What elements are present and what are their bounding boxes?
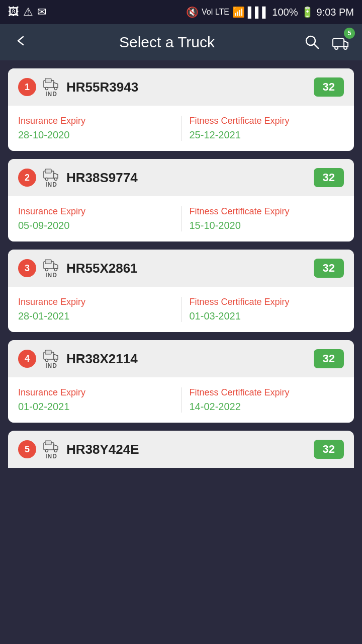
svg-point-15 bbox=[55, 269, 57, 271]
truck-card-header: 2 IND HR38S9774 32 bbox=[8, 159, 354, 196]
truck-index-badge: 4 bbox=[18, 350, 36, 368]
notification-badge: 5 bbox=[344, 28, 355, 39]
fitness-date: 25-12-2021 bbox=[190, 129, 344, 141]
svg-point-14 bbox=[46, 269, 48, 271]
truck-card-1[interactable]: 1 IND HR55R3943 32 Insurance Expiry 28-1… bbox=[8, 68, 354, 151]
truck-card-body: Insurance Expiry 28-10-2020 Fitness Cert… bbox=[8, 106, 354, 151]
mute-icon: 🔇 bbox=[186, 6, 199, 18]
truck-plate: HR55X2861 bbox=[66, 261, 307, 276]
fitness-section: Fitness Certificate Expiry 25-12-2021 bbox=[181, 116, 344, 141]
fitness-date: 01-03-2021 bbox=[190, 310, 344, 322]
back-button[interactable] bbox=[10, 32, 32, 53]
svg-rect-20 bbox=[45, 350, 51, 354]
svg-point-6 bbox=[46, 88, 48, 90]
fitness-section: Fitness Certificate Expiry 15-10-2020 bbox=[181, 206, 344, 231]
truck-icon-container: IND bbox=[43, 258, 59, 279]
svg-line-1 bbox=[314, 44, 318, 48]
truck-card-3[interactable]: 3 IND HR55X2861 32 Insurance Expiry 28-0… bbox=[8, 250, 354, 332]
svg-point-4 bbox=[344, 46, 347, 49]
truck-index-badge: 5 bbox=[18, 440, 36, 458]
fitness-section: Fitness Certificate Expiry 14-02-2022 bbox=[181, 387, 344, 413]
svg-rect-24 bbox=[45, 441, 51, 445]
insurance-label: Insurance Expiry bbox=[18, 116, 173, 126]
insurance-date: 01-02-2021 bbox=[18, 401, 173, 413]
truck-card-header: 4 IND HR38X2114 32 bbox=[8, 340, 354, 377]
truck-card-header: 5 IND HR38Y424E 32 bbox=[8, 431, 354, 468]
warning-icon: ⚠ bbox=[23, 6, 33, 19]
image-icon: 🖼 bbox=[8, 6, 19, 19]
svg-rect-12 bbox=[45, 169, 51, 173]
header: Select a Truck 5 bbox=[0, 24, 362, 60]
truck-notification-button[interactable]: 5 bbox=[330, 31, 352, 54]
svg-rect-8 bbox=[45, 78, 51, 83]
svg-rect-16 bbox=[45, 260, 51, 264]
truck-icon-container: IND bbox=[43, 76, 59, 98]
ind-label: IND bbox=[45, 453, 57, 460]
truck-icon bbox=[43, 258, 59, 272]
fitness-date: 14-02-2022 bbox=[190, 401, 344, 413]
truck-index-badge: 1 bbox=[18, 78, 36, 96]
svg-point-3 bbox=[335, 46, 338, 49]
signal-text: Vol LTE bbox=[202, 8, 229, 17]
truck-plate: HR38X2114 bbox=[66, 351, 307, 367]
insurance-section: Insurance Expiry 28-10-2020 bbox=[18, 116, 181, 141]
truck-list: 1 IND HR55R3943 32 Insurance Expiry 28-1… bbox=[0, 60, 362, 644]
svg-point-7 bbox=[55, 88, 57, 90]
status-right-info: 🔇 Vol LTE 📶 ▌▌▌ 100% 🔋 9:03 PM bbox=[186, 6, 354, 18]
fitness-label: Fitness Certificate Expiry bbox=[190, 297, 344, 307]
insurance-label: Insurance Expiry bbox=[18, 297, 173, 307]
truck-index-badge: 3 bbox=[18, 259, 36, 277]
truck-card-4[interactable]: 4 IND HR38X2114 32 Insurance Expiry 01-0… bbox=[8, 340, 354, 423]
signal-bars: ▌▌▌ bbox=[248, 7, 269, 18]
truck-card-body: Insurance Expiry 05-09-2020 Fitness Cert… bbox=[8, 196, 354, 242]
truck-plate: HR38S9774 bbox=[66, 170, 307, 186]
insurance-section: Insurance Expiry 28-01-2021 bbox=[18, 297, 181, 322]
capacity-badge: 32 bbox=[314, 168, 344, 187]
truck-icon-container: IND bbox=[43, 439, 59, 460]
truck-card-5[interactable]: 5 IND HR38Y424E 32 bbox=[8, 431, 354, 468]
svg-rect-2 bbox=[333, 39, 344, 47]
battery-icon: 🔋 bbox=[301, 6, 314, 18]
truck-icon bbox=[43, 167, 59, 181]
svg-point-23 bbox=[55, 450, 57, 452]
ind-label: IND bbox=[45, 91, 57, 98]
insurance-date: 28-01-2021 bbox=[18, 310, 173, 322]
truck-card-2[interactable]: 2 IND HR38S9774 32 Insurance Expiry 05-0… bbox=[8, 159, 354, 242]
svg-point-18 bbox=[46, 359, 48, 362]
insurance-date: 05-09-2020 bbox=[18, 220, 173, 231]
truck-card-body: Insurance Expiry 01-02-2021 Fitness Cert… bbox=[8, 377, 354, 423]
fitness-label: Fitness Certificate Expiry bbox=[190, 116, 344, 126]
svg-point-11 bbox=[55, 178, 57, 181]
ind-label: IND bbox=[45, 272, 57, 279]
page-title: Select a Truck bbox=[119, 34, 215, 51]
capacity-badge: 32 bbox=[314, 349, 344, 368]
battery-level: 100% bbox=[272, 7, 298, 18]
mail-icon: ✉ bbox=[37, 6, 46, 19]
header-actions: 5 bbox=[302, 31, 352, 54]
truck-icon-container: IND bbox=[43, 167, 59, 188]
truck-index-badge: 2 bbox=[18, 169, 36, 187]
capacity-badge: 32 bbox=[314, 259, 344, 278]
fitness-date: 15-10-2020 bbox=[190, 220, 344, 231]
ind-label: IND bbox=[45, 181, 57, 188]
fitness-label: Fitness Certificate Expiry bbox=[190, 387, 344, 398]
svg-point-22 bbox=[46, 450, 48, 452]
capacity-badge: 32 bbox=[314, 440, 344, 459]
truck-plate: HR55R3943 bbox=[66, 79, 307, 95]
insurance-section: Insurance Expiry 01-02-2021 bbox=[18, 387, 181, 413]
insurance-label: Insurance Expiry bbox=[18, 387, 173, 398]
wifi-icon: 📶 bbox=[232, 6, 245, 18]
svg-point-10 bbox=[46, 178, 48, 181]
status-left-icons: 🖼 ⚠ ✉ bbox=[8, 6, 46, 19]
search-button[interactable] bbox=[302, 32, 322, 53]
truck-plate: HR38Y424E bbox=[66, 442, 307, 457]
truck-icon bbox=[43, 76, 59, 91]
time-display: 9:03 PM bbox=[317, 7, 354, 18]
fitness-section: Fitness Certificate Expiry 01-03-2021 bbox=[181, 297, 344, 322]
truck-card-body: Insurance Expiry 28-01-2021 Fitness Cert… bbox=[8, 287, 354, 332]
fitness-label: Fitness Certificate Expiry bbox=[190, 206, 344, 217]
truck-card-header: 1 IND HR55R3943 32 bbox=[8, 68, 354, 106]
ind-label: IND bbox=[45, 362, 57, 369]
truck-icon bbox=[43, 348, 59, 362]
insurance-section: Insurance Expiry 05-09-2020 bbox=[18, 206, 181, 231]
